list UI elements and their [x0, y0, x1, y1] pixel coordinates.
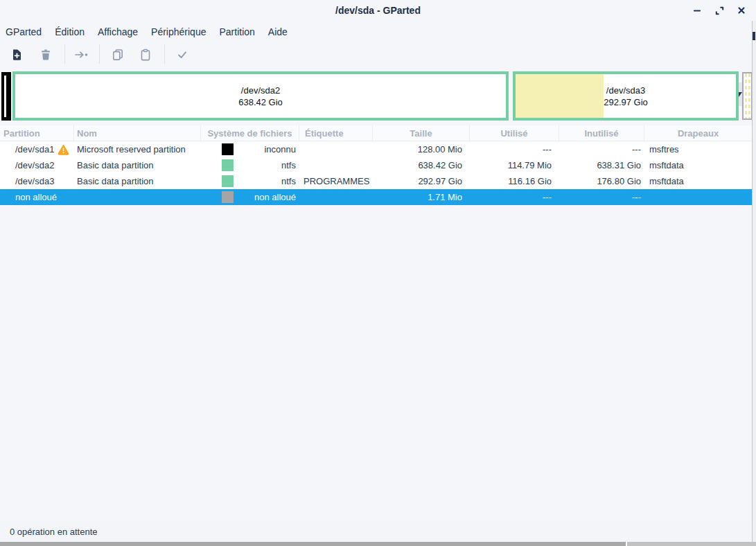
- filesystem-name: non alloué: [254, 192, 296, 202]
- size-value: 638.42 Gio: [373, 157, 470, 173]
- used-value: 114.79 Mio: [470, 157, 559, 173]
- flags-value: [644, 189, 752, 205]
- unused-value: ---: [559, 141, 644, 157]
- maximize-icon: [714, 6, 725, 16]
- table-row-sda3[interactable]: /dev/sda3 Basic data partition ntfs PROG…: [0, 173, 752, 189]
- disk-block-device: /dev/sda2: [15, 85, 506, 96]
- toolbar-separator: [64, 44, 65, 64]
- filesystem-color-swatch: [222, 191, 234, 203]
- header-inutilise[interactable]: Inutilisé: [559, 125, 644, 141]
- size-value: 1.71 Mio: [373, 189, 470, 205]
- new-partition-icon: [10, 48, 24, 62]
- disk-block-size: 638.42 Gio: [15, 96, 506, 108]
- disk-block-sda2[interactable]: /dev/sda2 638.42 Gio: [12, 71, 509, 121]
- apply-icon: [175, 48, 189, 62]
- minimize-icon: [692, 6, 702, 15]
- partition-label: Microsoft reserved partition: [74, 141, 201, 157]
- toolbar-separator: [164, 44, 165, 64]
- copy-icon: [111, 48, 125, 62]
- partition-label: [74, 189, 201, 205]
- delete-icon: [39, 48, 53, 62]
- title-bar: /dev/sda - GParted: [0, 0, 756, 21]
- toolbar-separator: [99, 44, 100, 64]
- paste-icon: [139, 48, 152, 62]
- close-icon: [737, 6, 746, 15]
- flags-value: msftres: [644, 141, 752, 157]
- volume-label: [299, 157, 373, 173]
- unused-value: 638.31 Gio: [559, 157, 644, 173]
- menu-peripherique[interactable]: Périphérique: [151, 24, 212, 39]
- header-drapeaux[interactable]: Drapeaux: [644, 125, 752, 141]
- menu-gparted[interactable]: GParted: [6, 24, 48, 39]
- volume-label: [299, 141, 373, 157]
- gparted-window: /dev/sda - GParted GParted Édition Affic…: [0, 0, 756, 546]
- menu-bar: GParted Édition Affichage Périphérique P…: [0, 23, 301, 40]
- window-title: /dev/sda - GParted: [0, 5, 756, 16]
- status-bar: 0 opération en attente: [0, 521, 756, 542]
- new-partition-button[interactable]: [8, 46, 26, 64]
- size-value: 292.97 Gio: [373, 173, 470, 189]
- header-partition[interactable]: Partition: [0, 125, 74, 141]
- right-edge-tick: [753, 32, 755, 40]
- disk-block-device: /dev/sda3: [516, 85, 736, 96]
- filesystem-name: ntfs: [281, 160, 296, 170]
- menu-aide[interactable]: Aide: [268, 24, 294, 39]
- flags-value: msftdata: [644, 173, 752, 189]
- header-taille[interactable]: Taille: [373, 125, 470, 141]
- warning-icon: [58, 144, 69, 155]
- disk-block-unallocated[interactable]: [742, 72, 753, 120]
- filesystem-color-swatch: [222, 159, 234, 171]
- menu-partition[interactable]: Partition: [219, 24, 261, 39]
- used-value: ---: [470, 141, 559, 157]
- toolbar: /dev/sda (931.51 Gio): [0, 40, 756, 69]
- header-etiquette[interactable]: Étiquette: [299, 125, 373, 141]
- minimize-button[interactable]: [689, 3, 705, 18]
- menu-affichage[interactable]: Affichage: [98, 24, 144, 39]
- disk-block-sda1-interior: [4, 76, 6, 117]
- table-row-sda1[interactable]: /dev/sda1 Microsoft reserved partition i…: [0, 141, 752, 157]
- used-value: ---: [470, 189, 559, 205]
- unused-value: 176.80 Gio: [559, 173, 644, 189]
- volume-label: PROGRAMMES: [299, 173, 373, 189]
- close-button[interactable]: [733, 3, 750, 18]
- header-utilise[interactable]: Utilisé: [470, 125, 559, 141]
- paste-button[interactable]: [137, 46, 155, 64]
- apply-button[interactable]: [173, 46, 191, 64]
- partition-label: Basic data partition: [74, 157, 201, 173]
- right-edge-line: [752, 21, 753, 542]
- right-edge-area: [753, 21, 756, 542]
- header-nom[interactable]: Nom: [74, 125, 201, 141]
- partition-table: Partition Nom Système de fichiers Étique…: [0, 125, 752, 205]
- disk-block-sda3[interactable]: /dev/sda3 292.97 Gio: [513, 71, 739, 121]
- flags-value: msftdata: [644, 157, 752, 173]
- partition-name: /dev/sda2: [15, 157, 54, 173]
- disk-visual-bar: /dev/sda2 638.42 Gio /dev/sda3 292.97 Gi…: [0, 71, 756, 121]
- filesystem-color-swatch: [222, 143, 234, 155]
- table-header-row: Partition Nom Système de fichiers Étique…: [0, 125, 752, 141]
- volume-label: [299, 189, 373, 205]
- menu-edition[interactable]: Édition: [55, 24, 91, 39]
- partition-label: Basic data partition: [74, 173, 201, 189]
- partition-name: non alloué: [15, 189, 57, 205]
- table-row-sda2[interactable]: /dev/sda2 Basic data partition ntfs 638.…: [0, 157, 752, 173]
- copy-button[interactable]: [109, 46, 127, 64]
- disk-block-size: 292.97 Gio: [516, 96, 736, 108]
- partition-name: /dev/sda1: [15, 141, 54, 157]
- delete-partition-button[interactable]: [37, 46, 55, 64]
- filesystem-color-swatch: [222, 175, 234, 187]
- bottom-edge-strip: [0, 542, 756, 546]
- header-systeme-de-fichiers[interactable]: Système de fichiers: [201, 125, 299, 141]
- unused-value: ---: [559, 189, 644, 205]
- maximize-button[interactable]: [711, 3, 728, 18]
- pending-operations-text: 0 opération en attente: [10, 527, 98, 537]
- resize-move-button[interactable]: [73, 46, 91, 64]
- table-row-unallocated[interactable]: non alloué non alloué 1.71 Mio --- ---: [0, 189, 752, 205]
- partition-name: /dev/sda3: [15, 173, 54, 189]
- size-value: 128.00 Mio: [373, 141, 470, 157]
- disk-block-sda1[interactable]: [1, 72, 11, 121]
- used-value: 116.16 Gio: [470, 173, 559, 189]
- filesystem-name: inconnu: [264, 144, 296, 155]
- resize-move-icon: [73, 48, 90, 62]
- filesystem-name: ntfs: [281, 176, 296, 186]
